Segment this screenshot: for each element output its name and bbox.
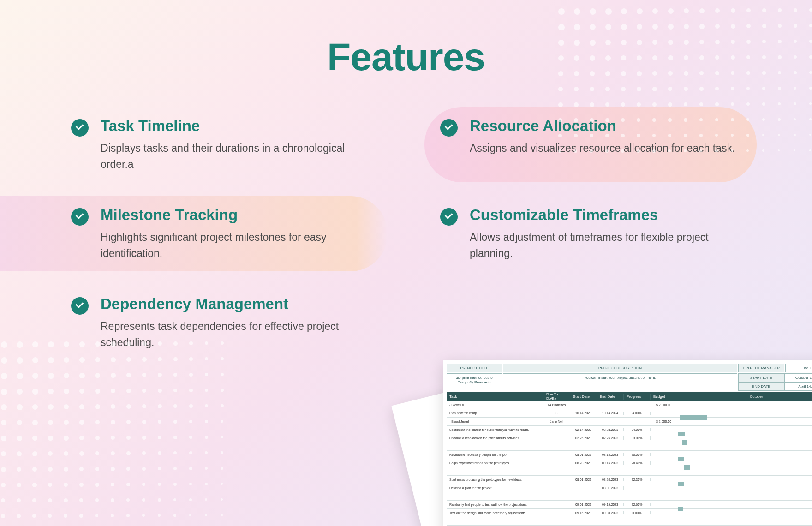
feature-desc: Highlights significant project milestone…: [101, 229, 372, 261]
feature-title: Task Timeline: [101, 117, 372, 135]
feature-title: Customizable Timeframes: [470, 206, 741, 224]
col-progress: Progress: [624, 394, 651, 400]
feature-desc: Assigns and visualizes resource allocati…: [470, 140, 741, 156]
check-icon: [71, 119, 89, 137]
table-row: Conduct a research on the price and its …: [447, 434, 812, 442]
hdr-project-manager: PROJECT MANAGER: [738, 364, 784, 372]
hdr-project-title: PROJECT TITLE: [447, 364, 502, 372]
val-manager-name: Ka Flick: [785, 364, 812, 372]
table-row: Recruit the necessary people for the job…: [447, 451, 812, 459]
page-title: Features: [0, 0, 812, 79]
table-row: - Blood Jewel - Jane Nell $ 2,000.00: [447, 418, 812, 426]
table-row: Search out the market for customers you …: [447, 426, 812, 434]
feature-dependency-management: Dependency Management Represents task de…: [55, 285, 403, 360]
table-row: [447, 442, 812, 451]
decorative-dots-bottom-left: [0, 341, 231, 526]
col-enddate: End Date: [597, 394, 624, 400]
table-row: Begin experimentations on the prototypes…: [447, 459, 812, 467]
hdr-end-date: END DATE: [738, 382, 784, 391]
table-row: Randomly find people to test out how the…: [447, 501, 812, 509]
table-row: Plan how the comp. 3 10.14.2023 10.14.20…: [447, 409, 812, 418]
sheet-rows: - Steve DL - 14 Branches $ 2,000.00 Plan…: [447, 401, 812, 526]
column-header-row: Task Due To Do/By Start Date End Date Pr…: [447, 392, 812, 401]
col-task: Task: [447, 394, 543, 400]
check-icon: [440, 208, 458, 226]
val-start-date: October 14, 2023: [784, 373, 812, 382]
table-row: Start mass producing the prototypes for …: [447, 476, 812, 484]
table-row: [447, 467, 812, 476]
col-budget: Budget: [651, 394, 677, 400]
val-end-date: April 14, 2024: [784, 382, 812, 391]
feature-desc: Displays tasks and their durations in a …: [101, 140, 372, 172]
spreadsheet-preview: PROJECT TITLE PROJECT DESCRIPTION PROJEC…: [434, 337, 812, 526]
table-row: Develop a plan for the project. 08.01.20…: [447, 484, 812, 492]
table-row: [447, 492, 812, 501]
feature-milestone-tracking: Milestone Tracking Highlights significan…: [0, 196, 388, 271]
col-month: October: [677, 394, 812, 400]
val-desc-text: You can insert your project description …: [503, 373, 737, 388]
feature-customizable-timeframes: Customizable Timeframes Allows adjustmen…: [424, 196, 757, 271]
table-row: - Steve DL - 14 Branches $ 2,000.00: [447, 401, 812, 409]
col-startdate: Start Date: [570, 394, 597, 400]
feature-desc: Represents task dependencies for effecti…: [101, 318, 388, 350]
features-grid: Task Timeline Displays tasks and their d…: [0, 107, 812, 360]
check-icon: [71, 297, 89, 315]
table-row: Test out the design and make necessary a…: [447, 509, 812, 517]
hdr-project-desc: PROJECT DESCRIPTION: [503, 364, 737, 372]
feature-title: Resource Allocation: [470, 117, 741, 135]
preview-sheet-front: PROJECT TITLE PROJECT DESCRIPTION PROJEC…: [443, 360, 812, 526]
feature-desc: Allows adjustment of timeframes for flex…: [470, 229, 741, 261]
col-dueto: Due To Do/By: [543, 391, 570, 401]
check-icon: [440, 119, 458, 137]
feature-title: Milestone Tracking: [101, 206, 372, 224]
hdr-start-date: START DATE: [738, 373, 784, 382]
val-project-name: 3D-print Method put to Dragonfly Remnant…: [447, 373, 502, 388]
check-icon: [71, 208, 89, 226]
feature-title: Dependency Management: [101, 295, 388, 313]
feature-task-timeline: Task Timeline Displays tasks and their d…: [55, 107, 388, 182]
feature-resource-allocation: Resource Allocation Assigns and visualiz…: [424, 107, 757, 182]
